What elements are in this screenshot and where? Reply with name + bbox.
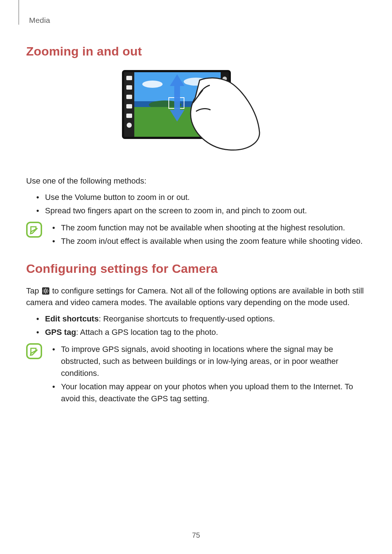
list-item: Your location may appear on your photos … (52, 381, 366, 405)
bullet-rest: : Attach a GPS location tag to the photo… (76, 328, 218, 337)
svg-rect-4 (126, 95, 132, 99)
note-icon (26, 222, 42, 238)
list-item: Spread two fingers apart on the screen t… (36, 205, 366, 217)
list-item: The zoom in/out effect is available when… (52, 235, 366, 247)
list-item: The zoom function may not be available w… (52, 222, 366, 234)
svg-rect-6 (126, 114, 132, 118)
config-note-list: To improve GPS signals, avoid shooting i… (49, 342, 366, 406)
bullet-bold: GPS tag (45, 328, 76, 337)
config-intro-pre: Tap (26, 286, 41, 295)
zoom-intro: Use one of the following methods: (26, 175, 366, 187)
config-bullet-list: Edit shortcuts: Reorganise shortcuts to … (26, 313, 366, 338)
list-item: Edit shortcuts: Reorganise shortcuts to … (36, 313, 366, 325)
bullet-rest: : Reorganise shortcuts to frequently-use… (99, 314, 275, 323)
zoom-illustration (120, 68, 272, 155)
config-intro: Tap to configure settings for Camera. No… (26, 285, 366, 308)
section-title-config: Configuring settings for Camera (26, 262, 366, 276)
note-icon (26, 343, 42, 359)
svg-point-14 (142, 81, 163, 88)
page-number: 75 (0, 531, 392, 539)
svg-rect-2 (126, 76, 132, 80)
page-tab-mark (18, 0, 19, 25)
note-block-zoom: The zoom function may not be available w… (26, 220, 366, 249)
note-block-config: To improve GPS signals, avoid shooting i… (26, 342, 366, 406)
svg-point-7 (127, 123, 132, 128)
page: Media Zooming in and out (0, 0, 392, 554)
bullet-bold: Edit shortcuts (45, 314, 99, 323)
breadcrumb: Media (29, 16, 366, 25)
svg-rect-5 (126, 104, 132, 108)
svg-rect-3 (126, 85, 132, 90)
list-item: GPS tag: Attach a GPS location tag to th… (36, 326, 366, 338)
list-item: To improve GPS signals, avoid shooting i… (52, 343, 366, 379)
section-title-zoom: Zooming in and out (26, 44, 366, 58)
zoom-note-list: The zoom function may not be available w… (49, 220, 366, 249)
gear-icon (42, 287, 49, 295)
config-intro-post: to configure settings for Camera. Not al… (26, 286, 364, 307)
list-item: Use the Volume button to zoom in or out. (36, 191, 366, 203)
zoom-bullet-list: Use the Volume button to zoom in or out.… (26, 191, 366, 217)
